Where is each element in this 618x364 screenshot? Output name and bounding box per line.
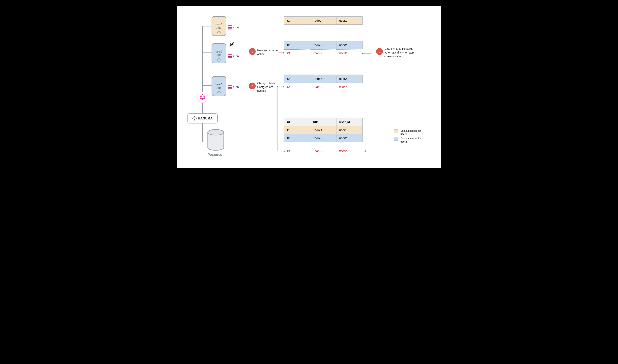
device-user2a-label: user2 App — [212, 44, 226, 63]
connector-to-phone1 — [202, 26, 212, 26]
connector-vertical-main — [202, 26, 203, 142]
table-row: t1 Todo A user1 — [284, 17, 363, 25]
table-row: t2 Todo X user2 — [284, 134, 363, 142]
postgres-label: Postgres — [208, 153, 222, 157]
cell-id: t3 — [284, 147, 310, 155]
hasura-box: HASURA — [187, 114, 218, 123]
device-user2b-label: user2 App — [212, 77, 226, 96]
svg-point-6 — [202, 99, 203, 100]
rxdb-icon — [228, 25, 232, 30]
cell-title: Todo Y — [310, 83, 336, 91]
header-user: user_id — [336, 118, 363, 126]
cell-id: t2 — [284, 75, 310, 83]
device-user2b: user2 App — [211, 76, 226, 96]
cell-title: Todo A — [310, 17, 336, 25]
device-user1-label: user1 App — [212, 17, 226, 36]
svg-point-4 — [205, 96, 205, 96]
svg-point-7 — [200, 98, 200, 99]
rxdb-badge-1: RxDB — [228, 25, 240, 30]
legend-user2: Data authorized foruser2 — [394, 137, 421, 143]
cell-title: Todo X — [310, 134, 336, 142]
cell-user: user2 — [336, 41, 363, 49]
table-user1-local: t1 Todo A user1 — [284, 16, 363, 25]
cell-id: t3 — [284, 49, 310, 57]
cell-user: user2 — [336, 147, 362, 155]
step-badge-2: 2 — [376, 48, 383, 55]
rxdb-icon — [228, 54, 232, 59]
cell-id: t2 — [284, 41, 310, 49]
diagram-panel: user1 App RxDB user2 App RxDB user2 App … — [177, 6, 441, 168]
legend-swatch-user1 — [394, 130, 398, 133]
cell-user: user1 — [336, 17, 363, 25]
rxdb-badge-2: RxDB — [228, 53, 240, 59]
cell-title: Todo Y — [310, 49, 336, 57]
rxdb-label: RxDB — [233, 86, 239, 88]
header-id: id — [284, 118, 310, 126]
cell-id: t3 — [284, 83, 310, 91]
table-row: t2 Todo X user2 — [284, 41, 363, 49]
legend-user1: Data authorized foruser1 — [394, 130, 421, 136]
step-text-1: New entry made offline — [257, 49, 280, 56]
rxdb-label: RxDB — [233, 55, 239, 58]
table-user2b-local: t2 Todo X user2 — [284, 75, 363, 83]
cell-user: user2 — [336, 75, 363, 83]
legend-text-user1: Data authorized foruser1 — [400, 130, 421, 136]
rxdb-icon — [228, 85, 232, 89]
svg-point-5 — [205, 98, 205, 99]
table-user2a-local: t2 Todo X user2 — [284, 41, 363, 49]
row-postgres-new: t3 Todo Y user2 — [284, 147, 362, 155]
connector-to-phone2 — [202, 52, 212, 52]
svg-point-0 — [231, 46, 232, 46]
arrow-sync-up — [277, 87, 285, 156]
svg-marker-15 — [364, 150, 366, 152]
rxdb-label: RxDB — [233, 26, 239, 29]
svg-point-11 — [208, 130, 224, 135]
table-row: t2 Todo X user2 — [284, 75, 363, 83]
device-user1: user1 App — [211, 16, 226, 36]
step-badge-1: 1 — [249, 48, 256, 55]
cell-user: user2 — [336, 49, 362, 57]
table-header-row: id title user_id — [284, 118, 363, 126]
cell-id: t2 — [284, 134, 310, 142]
svg-marker-13 — [283, 52, 285, 53]
step-badge-3: 3 — [249, 83, 256, 89]
rxdb-badge-3: RxDB — [228, 84, 240, 90]
cell-id: t1 — [284, 17, 310, 25]
postgres-db-icon — [207, 129, 225, 151]
hasura-icon — [192, 116, 197, 121]
legend-text-user2: Data authorized foruser2 — [400, 137, 421, 143]
cell-title: Todo Y — [310, 147, 336, 155]
row-synced-new: t3 Todo Y user2 — [284, 83, 362, 91]
device-user2a: user2 App — [211, 43, 226, 63]
cell-title: Todo A — [310, 126, 336, 134]
cell-id: t1 — [284, 126, 310, 134]
step-text-3: Changes from Postgres are synced — [257, 81, 279, 93]
wifi-offline-icon — [229, 42, 234, 47]
svg-point-14 — [362, 53, 363, 54]
svg-point-9 — [193, 117, 196, 120]
connector-to-phone3 — [202, 85, 212, 86]
arrow-right-icon — [278, 51, 285, 54]
cell-title: Todo X — [310, 75, 336, 83]
header-title: title — [310, 118, 336, 126]
arrow-sync-down — [362, 53, 374, 155]
row-offline-new: t3 Todo Y user2 — [284, 49, 362, 57]
svg-point-3 — [202, 94, 203, 95]
cell-title: Todo X — [310, 41, 336, 49]
cell-user: user2 — [336, 83, 362, 91]
table-row: t1 Todo A user1 — [284, 126, 363, 134]
svg-point-8 — [200, 96, 200, 96]
hasura-label: HASURA — [198, 117, 213, 120]
graphql-icon — [197, 92, 208, 103]
legend-swatch-user2 — [394, 137, 398, 141]
cell-user: user1 — [336, 126, 363, 134]
cell-user: user2 — [336, 134, 363, 142]
step-text-2: Data syncs to Postgres automatically whe… — [384, 47, 421, 58]
table-postgres: id title user_id t1 Todo A user1 t2 Todo… — [284, 118, 363, 142]
